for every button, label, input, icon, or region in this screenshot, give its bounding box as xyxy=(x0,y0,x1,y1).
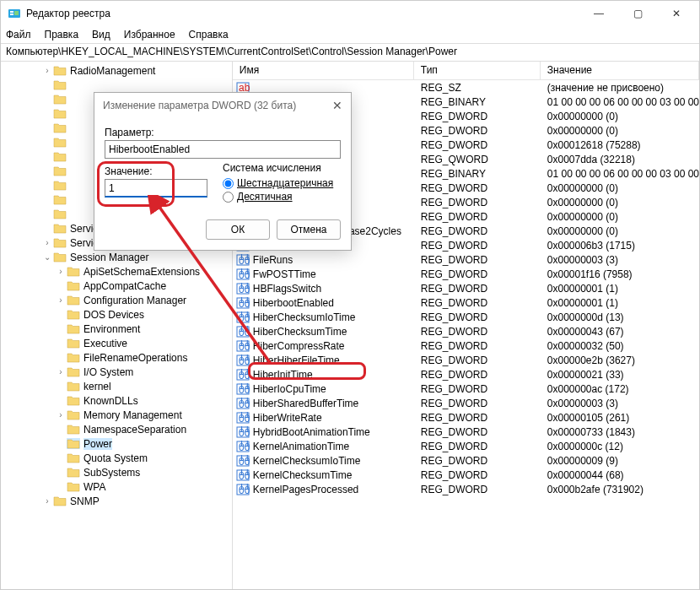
svg-rect-1 xyxy=(10,11,13,13)
value-name: HybridBootAnimationTime xyxy=(251,426,414,438)
tree-item[interactable]: Power xyxy=(4,436,232,451)
tree-item[interactable]: Quota System xyxy=(4,451,232,465)
value-data: 0x00000e2b (3627) xyxy=(541,355,699,366)
svg-text:001: 001 xyxy=(239,327,250,338)
list-row[interactable]: 110001KernelChecksumIoTimeREG_DWORD0x000… xyxy=(233,453,699,468)
tree-item-label: FileRenameOperations xyxy=(83,352,187,364)
header-value[interactable]: Значение xyxy=(541,62,699,79)
svg-rect-3 xyxy=(14,11,19,15)
dialog-close-icon[interactable]: ✕ xyxy=(332,99,342,112)
chevron-icon[interactable]: › xyxy=(55,367,67,376)
tree-item[interactable]: KnownDLLs xyxy=(4,393,232,408)
tree-item-label: NamespaceSeparation xyxy=(83,424,186,436)
value-type: REG_DWORD xyxy=(414,484,541,495)
tree-item[interactable]: kernel xyxy=(4,379,232,393)
tree-item-label: DOS Devices xyxy=(83,309,144,321)
svg-text:001: 001 xyxy=(239,413,250,424)
list-row[interactable]: 110001KernelChecksumTimeREG_DWORD0x00000… xyxy=(233,468,699,482)
value-data: 0x00000000 (0) xyxy=(541,111,699,122)
chevron-icon[interactable]: › xyxy=(55,295,67,305)
value-type-icon: 110001 xyxy=(234,311,251,323)
list-row[interactable]: 110001FileRunsREG_DWORD0x00000003 (3) xyxy=(233,252,699,267)
chevron-icon[interactable]: › xyxy=(55,267,67,276)
radix-hex-row[interactable]: Шестнадцатеричная xyxy=(223,177,341,189)
tree-item[interactable]: WPA xyxy=(4,479,232,494)
chevron-icon[interactable]: › xyxy=(41,66,53,75)
value-type: REG_DWORD xyxy=(414,297,541,309)
tree-item[interactable]: ›Memory Management xyxy=(4,408,232,422)
svg-text:001: 001 xyxy=(239,456,250,467)
menu-edit[interactable]: Правка xyxy=(45,29,79,41)
list-row[interactable]: 110001HiberbootEnabledREG_DWORD0x0000000… xyxy=(233,295,699,310)
tree-item[interactable]: SubSystems xyxy=(4,465,232,479)
svg-text:001: 001 xyxy=(239,370,250,381)
value-data: 0x0000000d (13) xyxy=(541,311,699,323)
chevron-icon[interactable]: › xyxy=(55,410,67,419)
list-row[interactable]: 110001KernelAnimationTimeREG_DWORD0x0000… xyxy=(233,439,699,453)
tree-item[interactable]: NamespaceSeparation xyxy=(4,422,232,436)
list-row[interactable]: 110001HiberChecksumTimeREG_DWORD0x000000… xyxy=(233,324,699,338)
value-type-icon: 110001 xyxy=(234,369,251,381)
minimize-button[interactable]: — xyxy=(579,1,618,26)
value-name: HiberbootEnabled xyxy=(251,297,414,309)
menu-view[interactable]: Вид xyxy=(92,29,110,41)
list-row[interactable]: 110001HiberSharedBufferTimeREG_DWORD0x00… xyxy=(233,396,699,410)
list-row[interactable]: 110001HiberInitTimeREG_DWORD0x00000021 (… xyxy=(233,367,699,382)
param-input[interactable] xyxy=(105,140,341,159)
tree-item[interactable]: ›I/O System xyxy=(4,365,232,379)
svg-rect-2 xyxy=(10,14,13,15)
value-data: 0x00000001 (1) xyxy=(541,283,699,295)
list-row[interactable]: 110001HiberHiberFileTimeREG_DWORD0x00000… xyxy=(233,353,699,367)
header-name[interactable]: Имя xyxy=(233,62,414,79)
header-type[interactable]: Тип xyxy=(414,62,541,79)
value-data: (значение не присвоено) xyxy=(541,82,699,94)
chevron-icon[interactable]: › xyxy=(41,238,53,247)
value-name: HiberInitTime xyxy=(251,369,414,381)
radix-hex[interactable] xyxy=(223,178,234,189)
value-data: 0x00000021 (33) xyxy=(541,369,699,381)
menu-fav[interactable]: Избранное xyxy=(124,29,175,41)
tree-item[interactable]: Executive xyxy=(4,336,232,350)
list-row[interactable]: 110001FwPOSTTimeREG_DWORD0x00001f16 (795… xyxy=(233,267,699,281)
ok-button[interactable]: ОК xyxy=(206,219,270,240)
value-name: FwPOSTTime xyxy=(251,268,414,280)
chevron-icon[interactable]: › xyxy=(41,496,53,506)
svg-text:001: 001 xyxy=(239,384,250,395)
list-row[interactable]: 110001HBFlagsSwitchREG_DWORD0x00000001 (… xyxy=(233,281,699,295)
value-type: REG_DWORD xyxy=(414,340,541,352)
radix-label: Система исчисления xyxy=(223,162,341,174)
menu-help[interactable]: Справка xyxy=(189,29,229,41)
list-row[interactable]: 110001HiberChecksumIoTimeREG_DWORD0x0000… xyxy=(233,310,699,324)
tree-item[interactable]: ›Configuration Manager xyxy=(4,293,232,307)
maximize-button[interactable]: ▢ xyxy=(618,1,657,26)
list-row[interactable]: 110001HiberWriteRateREG_DWORD0x00000105 … xyxy=(233,410,699,425)
close-button[interactable]: ✕ xyxy=(657,1,696,26)
address-bar[interactable]: Компьютер\HKEY_LOCAL_MACHINE\SYSTEM\Curr… xyxy=(1,43,699,62)
chevron-icon[interactable]: ⌄ xyxy=(41,252,53,262)
menu-file[interactable]: Файл xyxy=(6,29,31,41)
value-data: 0x00000000 (0) xyxy=(541,182,699,194)
radix-dec-row[interactable]: Десятичная xyxy=(223,191,341,203)
tree-item[interactable]: ›SNMP xyxy=(4,494,232,508)
value-type-icon: 110001 xyxy=(234,412,251,424)
value-data: 0x00001f16 (7958) xyxy=(541,268,699,280)
radix-dec[interactable] xyxy=(223,192,234,203)
tree-item[interactable]: AppCompatCache xyxy=(4,279,232,293)
tree-item[interactable]: FileRenameOperations xyxy=(4,350,232,365)
tree-item[interactable]: ›ApiSetSchemaExtensions xyxy=(4,264,232,279)
list-row[interactable]: 110001HiberCompressRateREG_DWORD0x000000… xyxy=(233,338,699,353)
value-type-icon: 110001 xyxy=(234,355,251,366)
tree-item-label: AppCompatCache xyxy=(83,280,166,292)
tree-item[interactable]: Environment xyxy=(4,322,232,336)
value-type: REG_SZ xyxy=(414,82,541,94)
list-row[interactable]: 110001HiberIoCpuTimeREG_DWORD0x000000ac … xyxy=(233,382,699,396)
tree-item[interactable]: ›RadioManagement xyxy=(4,63,232,78)
value-type-icon: 110001 xyxy=(234,484,251,495)
tree-item[interactable]: ⌄Session Manager xyxy=(4,250,232,264)
list-row[interactable]: 110001KernelPagesProcessedREG_DWORD0x000… xyxy=(233,482,699,496)
value-input[interactable] xyxy=(105,179,207,198)
tree-item[interactable] xyxy=(4,78,232,92)
cancel-button[interactable]: Отмена xyxy=(277,219,341,240)
tree-item[interactable]: DOS Devices xyxy=(4,307,232,322)
list-row[interactable]: 110001HybridBootAnimationTimeREG_DWORD0x… xyxy=(233,425,699,439)
